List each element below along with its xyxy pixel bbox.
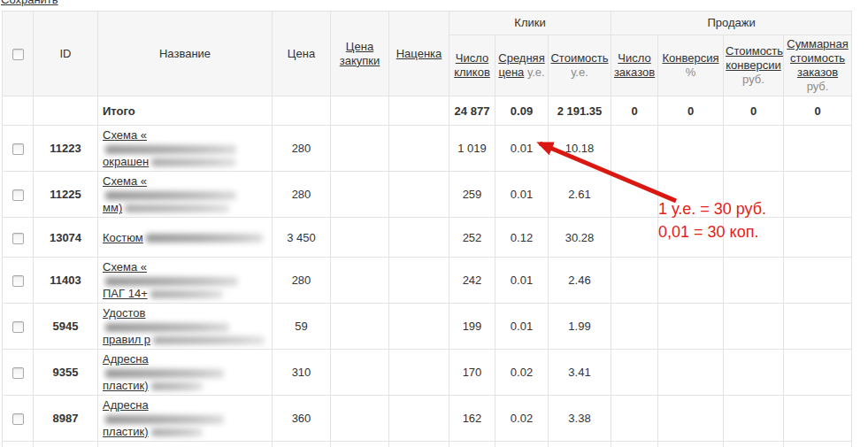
blurred-text [105, 369, 224, 378]
product-name-link[interactable]: Удостов правил р [103, 306, 267, 346]
conversion-unit: % [686, 66, 696, 79]
table-row: 8987 Адресна пластик) 360 162 0.02 3.38 [3, 396, 852, 442]
product-name-link[interactable]: Схема « мм) [103, 174, 267, 214]
blurred-text [105, 145, 236, 154]
avg-click-price: 0.01 [495, 126, 549, 172]
clicks-cost: 30.28 [549, 218, 611, 258]
row-checkbox[interactable] [12, 143, 24, 155]
clicks-count: 242 [449, 258, 495, 304]
product-name-link[interactable]: Схема « окрашен [103, 128, 267, 168]
conversion-cost-cell [724, 350, 784, 396]
product-id: 5945 [34, 304, 98, 350]
orders-count-cell [611, 126, 658, 172]
col-header-conversion-cost: Стоимостьконверсии руб. [724, 35, 784, 96]
row-checkbox[interactable] [12, 413, 24, 425]
clicks-count: 199 [449, 304, 495, 350]
col-header-name: Название [98, 12, 273, 96]
row-checkbox[interactable] [12, 189, 24, 201]
row-checkbox[interactable] [12, 233, 24, 244]
product-name-cell: Удостов правил р [98, 304, 273, 350]
col-header-select [3, 12, 34, 96]
avg-click-price: 0.01 [495, 258, 549, 304]
orders-count-cell [611, 218, 658, 258]
avg-click-price: 0.02 [495, 396, 549, 442]
purchase-price-cell [331, 218, 389, 258]
product-name-link[interactable]: Адресна пластик) [103, 398, 267, 438]
conversion-cost-cell [724, 396, 784, 442]
totals-orders-total: 0 [784, 96, 852, 126]
sort-avg-price-link[interactable]: Средняя [498, 51, 544, 65]
conversion-cost-cell [724, 126, 784, 172]
clicks-cost: 2.61 [549, 172, 611, 218]
totals-avg-price: 0.09 [495, 96, 549, 126]
orders-total-cost-cell [784, 304, 852, 350]
annotation-line1: 1 у.е. = 30 руб. [658, 197, 766, 220]
col-header-conversion: Конверсия % [658, 35, 724, 96]
row-checkbox[interactable] [12, 275, 24, 287]
conversion-cell [658, 396, 724, 442]
product-name-link[interactable]: Адресна пластик) [103, 352, 267, 392]
table-body: Итого 24 877 0.09 2 191.35 0 0 0 0 11223… [3, 96, 852, 447]
conversion-cost-cell [724, 258, 784, 304]
sort-conversion-cost-link[interactable]: Стоимостьконверсии [726, 44, 783, 72]
product-name-link[interactable]: Костюм [103, 231, 267, 244]
row-checkbox-cell [3, 172, 34, 218]
conversion-cost-unit: руб. [742, 73, 764, 86]
product-price: 310 [273, 350, 331, 396]
blurred-text [151, 382, 203, 390]
orders-count-cell [611, 396, 658, 442]
product-id: 11403 [34, 258, 98, 304]
orders-total-cost-cell [784, 126, 852, 172]
conversion-cell [658, 258, 724, 304]
clicks-count: 1 019 [449, 126, 495, 172]
markup-cell [389, 258, 449, 304]
markup-cell [389, 172, 449, 218]
product-name-link[interactable]: Схема « ПАГ 14+ [103, 260, 267, 300]
col-header-orders-total-cost: Суммарнаястоимостьзаказов руб. [784, 35, 852, 96]
purchase-price-cell [331, 350, 389, 396]
clicks-cost: 2.46 [549, 258, 611, 304]
markup-cell [389, 396, 449, 442]
orders-total-cost-cell [784, 218, 852, 258]
conversion-cell [658, 350, 724, 396]
totals-cost: 2 191.35 [549, 96, 611, 126]
avg-click-price: 0.01 [495, 304, 549, 350]
row-checkbox-cell [3, 126, 34, 172]
sort-cost-link[interactable]: Стоимость [550, 51, 608, 65]
row-checkbox-cell [3, 350, 34, 396]
clicks-count: 170 [449, 350, 495, 396]
purchase-price-cell [331, 126, 389, 172]
select-all-checkbox[interactable] [12, 49, 24, 60]
sort-orders-total-cost-link[interactable]: Суммарнаястоимостьзаказов [787, 37, 849, 79]
blurred-text [151, 158, 236, 166]
purchase-price-cell [331, 442, 389, 447]
purchase-price-cell [331, 172, 389, 218]
sort-conversion-link[interactable]: Конверсия [663, 51, 719, 65]
orders-total-cost-cell [784, 396, 852, 442]
row-checkbox-cell [3, 218, 34, 258]
row-checkbox[interactable] [12, 321, 24, 333]
orders-count-cell [611, 304, 658, 350]
sort-clicks-count-link[interactable]: Числокликов [454, 51, 490, 79]
totals-orders: 0 [611, 96, 658, 126]
sort-markup-link[interactable]: Наценка [396, 47, 442, 60]
orders-count-cell [611, 258, 658, 304]
product-name-cell: Адресна пластик) [98, 396, 273, 442]
sort-avg-price-link2[interactable]: цена [498, 66, 524, 79]
row-checkbox[interactable] [12, 367, 24, 379]
purchase-price-cell [331, 258, 389, 304]
sort-orders-count-link[interactable]: Числозаказов [614, 51, 655, 79]
product-id: 8987 [34, 396, 98, 442]
col-header-price: Цена [273, 12, 331, 96]
sort-purchase-price-link[interactable]: Ценазакупки [340, 40, 380, 67]
conversion-cost-cell [724, 442, 784, 447]
markup-cell [389, 304, 449, 350]
col-header-id: ID [34, 12, 98, 96]
save-link[interactable]: Сохранить [1, 0, 58, 6]
avg-click-price: 0.01 [495, 442, 549, 447]
clicks-cost: 1.55 [549, 442, 611, 447]
avg-click-price: 0.02 [495, 350, 549, 396]
clicks-cost: 10.18 [549, 126, 611, 172]
purchase-price-cell [331, 304, 389, 350]
blurred-text [150, 290, 223, 298]
